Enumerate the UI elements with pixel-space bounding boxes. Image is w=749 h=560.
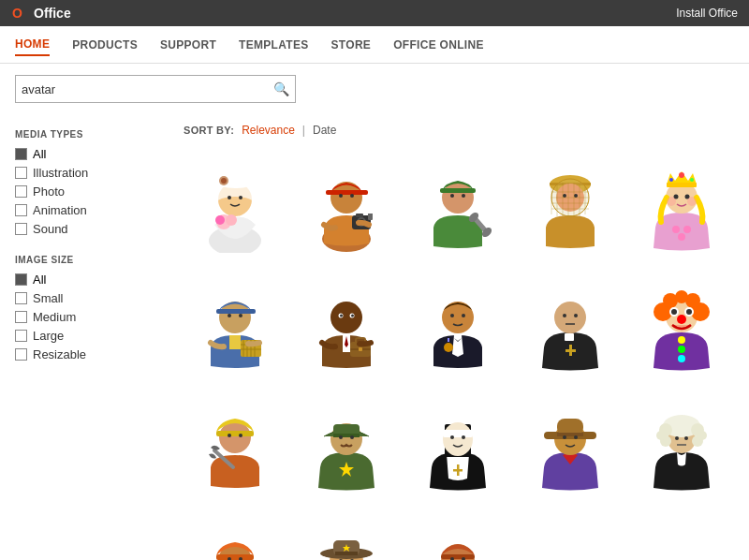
- filter-resizable-label: Resizable: [33, 347, 86, 361]
- svg-point-127: [563, 435, 566, 439]
- svg-point-93: [678, 346, 685, 353]
- sidebar: MEDIA TYPES All Illustration Photo Anima…: [0, 114, 169, 560]
- install-office-link[interactable]: Install Office: [676, 7, 738, 20]
- nav-support[interactable]: SUPPORT: [160, 35, 216, 55]
- svg-point-100: [675, 290, 688, 303]
- svg-point-90: [574, 314, 578, 317]
- sort-separator: |: [302, 124, 305, 137]
- svg-point-116: [350, 435, 354, 439]
- avatar-princess[interactable]: [630, 152, 734, 264]
- svg-point-8: [239, 196, 242, 199]
- svg-rect-21: [368, 213, 373, 220]
- main-nav: HOME PRODUCTS SUPPORT TEMPLATES STORE OF…: [0, 26, 749, 64]
- nav-store[interactable]: STORE: [331, 35, 372, 55]
- avatar-detective[interactable]: [295, 391, 399, 504]
- filter-large-label: Large: [33, 329, 64, 343]
- avatar-businessman[interactable]: [295, 272, 399, 384]
- svg-text:O: O: [12, 6, 22, 21]
- svg-point-25: [450, 194, 454, 198]
- svg-point-128: [574, 435, 578, 439]
- svg-rect-147: [335, 552, 358, 555]
- filter-illustration[interactable]: Illustration: [15, 166, 154, 180]
- filter-animation[interactable]: Animation: [15, 203, 154, 217]
- svg-point-49: [669, 178, 673, 182]
- svg-point-71: [330, 302, 362, 333]
- nav-templates[interactable]: TEMPLATES: [239, 35, 308, 55]
- svg-point-89: [563, 314, 566, 317]
- checkbox-small: [15, 292, 27, 304]
- svg-rect-47: [667, 183, 697, 187]
- avatar-farmer[interactable]: [184, 272, 287, 384]
- filter-small[interactable]: Small: [15, 291, 154, 305]
- svg-rect-85: [565, 333, 574, 341]
- nav-home[interactable]: HOME: [15, 34, 50, 56]
- image-size-section: IMAGE SIZE All Small Medium Large Resiza…: [15, 255, 154, 361]
- svg-point-83: [450, 314, 454, 317]
- filter-all-media[interactable]: All: [15, 147, 154, 161]
- filter-medium-label: Medium: [33, 310, 76, 324]
- avatar-bride[interactable]: [184, 152, 287, 264]
- avatar-pilot-partial[interactable]: [295, 511, 399, 560]
- avatar-judge[interactable]: [630, 391, 734, 504]
- sort-date[interactable]: Date: [313, 124, 336, 137]
- svg-point-26: [462, 194, 465, 198]
- office-logo-icon: O: [11, 5, 28, 22]
- search-area: 🔍: [0, 64, 749, 114]
- checkbox-sound: [15, 223, 27, 235]
- avatar-beekeeper[interactable]: [519, 152, 623, 264]
- svg-point-92: [678, 336, 685, 344]
- filter-photo-label: Photo: [33, 184, 65, 199]
- checkbox-animation: [15, 204, 27, 216]
- nav-products[interactable]: PRODUCTS: [72, 35, 138, 55]
- avatar-worker-partial[interactable]: [184, 511, 287, 560]
- svg-point-115: [339, 435, 343, 439]
- sort-bar: SORT BY: Relevance | Date: [184, 124, 734, 137]
- header: O Office Install Office: [0, 0, 749, 26]
- svg-point-54: [687, 197, 697, 206]
- avatar-priest[interactable]: [519, 272, 623, 384]
- svg-point-109: [228, 434, 231, 437]
- svg-point-33: [563, 194, 566, 198]
- nav-office-online[interactable]: OFFICE ONLINE: [393, 35, 484, 55]
- svg-point-110: [239, 434, 242, 437]
- svg-point-75: [351, 314, 354, 317]
- header-title: Office: [34, 6, 71, 21]
- svg-point-94: [678, 355, 685, 362]
- filter-all-size[interactable]: All: [15, 273, 154, 287]
- filter-large[interactable]: Large: [15, 329, 154, 343]
- media-types-section: MEDIA TYPES All Illustration Photo Anima…: [15, 129, 154, 236]
- svg-point-123: [462, 435, 465, 439]
- avatar-person-partial[interactable]: [406, 511, 510, 560]
- search-button[interactable]: 🔍: [273, 81, 289, 96]
- svg-point-122: [450, 435, 454, 439]
- sort-by-label: SORT BY:: [184, 125, 234, 136]
- avatar-photographer[interactable]: [295, 152, 399, 264]
- svg-rect-14: [326, 190, 368, 195]
- checkbox-large: [15, 330, 27, 342]
- svg-point-53: [667, 197, 676, 206]
- svg-point-138: [684, 436, 688, 440]
- svg-point-55: [672, 226, 680, 233]
- avatar-clown[interactable]: [630, 272, 734, 384]
- avatar-cowboy[interactable]: [519, 391, 623, 504]
- svg-rect-113: [333, 434, 360, 437]
- svg-rect-119: [443, 430, 473, 437]
- sort-relevance[interactable]: Relevance: [242, 124, 295, 137]
- filter-all-size-label: All: [33, 273, 46, 287]
- checkbox-medium: [15, 311, 27, 323]
- svg-point-34: [574, 194, 578, 198]
- svg-rect-20: [356, 214, 363, 217]
- avatar-miner[interactable]: [184, 391, 287, 504]
- filter-sound[interactable]: Sound: [15, 222, 154, 236]
- avatar-mechanic[interactable]: [406, 152, 510, 264]
- filter-medium[interactable]: Medium: [15, 310, 154, 324]
- filter-photo[interactable]: Photo: [15, 184, 154, 199]
- search-input[interactable]: [22, 82, 273, 96]
- svg-point-118: [443, 422, 473, 456]
- avatar-nun[interactable]: [406, 391, 510, 504]
- svg-point-88: [554, 302, 586, 333]
- avatar-formal[interactable]: [406, 272, 510, 384]
- svg-point-16: [350, 194, 354, 198]
- checkbox-all-size: [15, 273, 27, 286]
- filter-resizable[interactable]: Resizable: [15, 347, 154, 361]
